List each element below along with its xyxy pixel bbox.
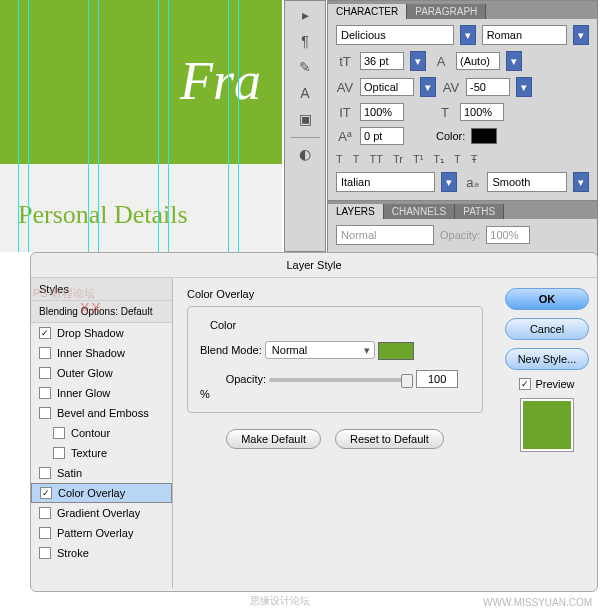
vscale-icon: IT [336,105,354,120]
effect-label: Color Overlay [58,487,125,499]
effect-label: Texture [71,447,107,459]
effect-checkbox[interactable] [39,467,51,479]
effect-checkbox[interactable] [39,507,51,519]
effect-item-pattern-overlay[interactable]: Pattern Overlay [31,523,172,543]
effect-item-contour[interactable]: Contour [31,423,172,443]
stamp-icon[interactable]: ▣ [295,111,315,129]
brush-icon[interactable]: ✎ [295,59,315,77]
guide-line [238,0,239,252]
guide-line [98,0,99,252]
tab-paragraph[interactable]: PARAGRAPH [407,4,486,19]
cancel-button[interactable]: Cancel [505,318,589,340]
tracking-icon: AV [442,80,460,95]
section-title: Color Overlay [187,288,483,300]
effect-checkbox[interactable] [39,387,51,399]
opacity-label: Opacity: [200,373,266,385]
separator [290,137,320,138]
effect-item-inner-shadow[interactable]: Inner Shadow [31,343,172,363]
font-size-input[interactable]: 36 pt [360,52,404,70]
chevron-down-icon[interactable]: ▾ [460,25,476,45]
antialias-icon: aₐ [463,175,481,190]
overlay-color-swatch[interactable] [378,342,414,360]
superscript-button[interactable]: T¹ [413,153,423,166]
panel-tabs: CHARACTER PARAGRAPH [328,1,597,19]
tab-character[interactable]: CHARACTER [328,4,407,19]
effect-item-stroke[interactable]: Stroke [31,543,172,563]
chevron-down-icon[interactable]: ▾ [410,51,426,71]
blend-mode-select[interactable]: Normal [265,341,375,359]
effect-checkbox[interactable] [53,447,65,459]
effect-checkbox[interactable] [39,407,51,419]
paragraph-icon[interactable]: ¶ [295,33,315,51]
watermark-text: PS 教程论坛 [33,286,95,301]
strikethrough-button[interactable]: Ŧ [471,153,478,166]
effect-item-outer-glow[interactable]: Outer Glow [31,363,172,383]
effect-checkbox[interactable] [39,327,51,339]
chevron-down-icon[interactable]: ▾ [573,25,589,45]
effect-item-texture[interactable]: Texture [31,443,172,463]
antialias-select[interactable]: Smooth [487,172,567,192]
effect-label: Outer Glow [57,367,113,379]
chevron-down-icon[interactable]: ▾ [420,77,436,97]
effect-label: Satin [57,467,82,479]
effect-item-satin[interactable]: Satin [31,463,172,483]
document-canvas: Fra Personal Details [0,0,282,252]
effect-checkbox[interactable] [53,427,65,439]
tab-paths[interactable]: PATHS [455,204,504,219]
layer-blend-select[interactable]: Normal [336,225,434,245]
effect-label: Contour [71,427,110,439]
kerning-input[interactable]: Optical [360,78,414,96]
leading-input[interactable]: (Auto) [456,52,500,70]
color-label: Color: [436,130,465,142]
effect-checkbox[interactable] [39,367,51,379]
tab-channels[interactable]: CHANNELS [384,204,455,219]
reset-default-button[interactable]: Reset to Default [335,429,444,449]
chevron-down-icon[interactable]: ▾ [441,172,457,192]
make-default-button[interactable]: Make Default [226,429,321,449]
hscale-input[interactable]: 100% [460,103,504,121]
effect-checkbox[interactable] [39,527,51,539]
chevron-down-icon[interactable]: ▾ [506,51,522,71]
tracking-input[interactable]: -50 [466,78,510,96]
ok-button[interactable]: OK [505,288,589,310]
tab-layers[interactable]: LAYERS [328,204,384,219]
effect-item-inner-glow[interactable]: Inner Glow [31,383,172,403]
vscale-input[interactable]: 100% [360,103,404,121]
effect-checkbox[interactable] [40,487,52,499]
allcaps-button[interactable]: TT [369,153,382,166]
arrow-icon[interactable]: ▸ [295,7,315,25]
layer-opacity-input[interactable]: 100% [486,226,530,244]
opacity-input[interactable]: 100 [416,370,458,388]
heading-text: Fra [180,50,261,112]
effect-label: Pattern Overlay [57,527,133,539]
effect-label: Bevel and Emboss [57,407,149,419]
effect-item-bevel-and-emboss[interactable]: Bevel and Emboss [31,403,172,423]
chevron-down-icon[interactable]: ▾ [573,172,589,192]
effect-checkbox[interactable] [39,347,51,359]
smallcaps-button[interactable]: Tr [393,153,403,166]
opacity-label: Opacity: [440,229,480,241]
subscript-button[interactable]: T₁ [433,153,444,166]
leading-icon: A [432,54,450,69]
font-style-select[interactable]: Roman [482,25,567,45]
watermark-x: XX [80,300,103,316]
chevron-down-icon[interactable]: ▾ [516,77,532,97]
effect-item-drop-shadow[interactable]: Drop Shadow [31,323,172,343]
underline-button[interactable]: T [454,153,461,166]
preview-checkbox[interactable] [519,378,531,390]
effect-checkbox[interactable] [39,547,51,559]
swatch-icon[interactable]: ◐ [295,146,315,164]
font-family-select[interactable]: Delicious [336,25,454,45]
baseline-input[interactable]: 0 pt [360,127,404,145]
text-icon[interactable]: A [295,85,315,103]
new-style-button[interactable]: New Style... [505,348,589,370]
guide-line [28,0,29,252]
faux-italic-button[interactable]: T [353,153,360,166]
color-swatch[interactable] [471,128,497,144]
language-select[interactable]: Italian [336,172,435,192]
guide-line [158,0,159,252]
effect-item-gradient-overlay[interactable]: Gradient Overlay [31,503,172,523]
effect-item-color-overlay[interactable]: Color Overlay [31,483,172,503]
opacity-slider[interactable] [269,378,409,382]
faux-bold-button[interactable]: T [336,153,343,166]
